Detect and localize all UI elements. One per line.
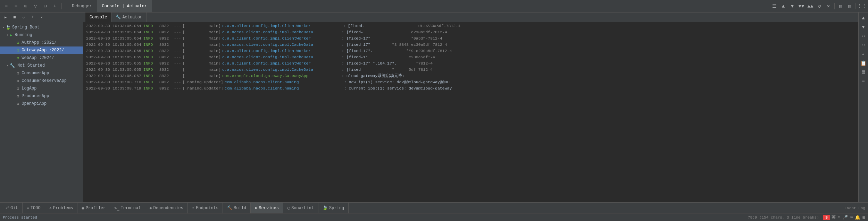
sidebar-item-running[interactable]: ▾ ▶ Running	[0, 31, 83, 39]
log-msg-8: : cloud-gateway系统启动元毕:	[342, 73, 405, 79]
toolbar-sep-2	[834, 3, 835, 9]
right-btn-delete[interactable]: 🗑	[859, 68, 868, 76]
bottom-tab-todo[interactable]: ≡ TODO	[23, 203, 45, 213]
log-sep-5: ---	[174, 54, 181, 60]
toolbar-btn-5[interactable]: ⊟	[41, 2, 49, 10]
toolbar-btn-grid1[interactable]: ▤	[836, 2, 845, 10]
right-btn-filter[interactable]: ⇌	[859, 50, 868, 58]
sidebar-item-gatewayapp[interactable]: ⚙ GatewayApp :2022/	[0, 46, 83, 54]
right-btn-clipboard[interactable]: 📋	[859, 59, 868, 67]
bottom-tab-problems[interactable]: ⚠ Problems	[45, 203, 78, 213]
dependencies-icon: ◈	[149, 205, 152, 211]
toolbar-btn-up2[interactable]: ▲▲	[806, 2, 815, 10]
log-sep-10: ---	[174, 85, 181, 92]
log-level-6: INFO	[143, 60, 157, 67]
log-line-0: 2022-09-30 10:33:05.064 INFO 8932 --- [ …	[83, 23, 858, 29]
bottom-tab-build[interactable]: 🔨 Build	[223, 203, 251, 213]
log-sep-8: ---	[174, 73, 181, 79]
toolbar-btn-up[interactable]: ▲	[779, 2, 787, 10]
grid-icon[interactable]: ⊞	[862, 215, 865, 220]
toolbar-btn-1[interactable]: ≡	[2, 2, 10, 10]
spring-label: Spring	[329, 206, 344, 211]
sidebar-btn-1[interactable]: ▶	[1, 13, 10, 22]
process-status: Process started	[3, 215, 37, 220]
sidebar-item-webapp[interactable]: ⚙ WebApp :2024/	[0, 54, 83, 62]
logapp-label: LogApp	[22, 86, 36, 91]
sidebar-btn-3[interactable]: ↺	[19, 13, 28, 22]
right-btn-down2[interactable]: ↓↓	[859, 32, 868, 40]
log-thread-9: [.naming.updater]	[182, 79, 223, 85]
toolbar-btn-add[interactable]: +	[51, 2, 59, 10]
sidebar-item-openapiapp[interactable]: ⚙ OpenApiApp	[0, 100, 83, 108]
sidebar-btn-2[interactable]: ⏹	[10, 13, 19, 22]
lang-icon[interactable]: 英	[832, 214, 836, 220]
log-msg-6: : [fixed-17* *.104.177. *7812-4	[342, 60, 433, 67]
sidebar-item-consumerreserveapp[interactable]: ⚙ ConsumerReserveApp	[0, 77, 83, 85]
event-log-label[interactable]: Event Log	[845, 206, 865, 210]
tab-debugger[interactable]: Debugger	[67, 0, 97, 12]
toolbar-btn-grid2[interactable]: ▤	[845, 2, 854, 10]
sidebar-item-producerapp[interactable]: ⚙ ProducerApp	[0, 92, 83, 100]
console-log[interactable]: 2022-09-30 10:33:05.064 INFO 8932 --- [ …	[83, 22, 858, 202]
log-pid-1: 8932	[159, 29, 173, 35]
log-msg-1: : [fixed- e230a5df-7812-4	[342, 29, 447, 35]
toolbar-btn-refresh[interactable]: ↺	[815, 2, 824, 10]
profiler-label: Profiler	[86, 206, 106, 211]
toolbar-btn-down2[interactable]: ▼▼	[797, 2, 806, 10]
consumerreserveapp-label: ConsumerReserveApp	[22, 78, 67, 83]
tab-console-actuator[interactable]: Console | Actuator	[97, 0, 152, 12]
log-date-1: 2022-09-30 10:33:05.064	[86, 29, 141, 35]
log-pid-6: 8932	[159, 60, 173, 67]
terminal-icon: >_	[114, 206, 119, 211]
right-btn-up2[interactable]: ↑↑	[859, 41, 868, 49]
bottom-tab-sonarlint[interactable]: ◯ SonarLint	[283, 203, 318, 213]
bottom-tab-endpoints[interactable]: ⚡ Endpoints	[188, 203, 223, 213]
toolbar-btn-menu[interactable]: ☰	[770, 2, 778, 10]
log-thread-3: [ main]	[182, 42, 220, 48]
gatewayapp-icon: ⚙	[17, 48, 19, 53]
sidebar-btn-5[interactable]: ✕	[37, 13, 46, 22]
bottom-tab-terminal[interactable]: >_ Terminal	[110, 203, 145, 213]
log-class-6: c.a.n.client.config.impl.ClientWorker	[222, 60, 340, 67]
bell-icon[interactable]: 🔔	[855, 215, 860, 220]
sidebar-item-logapp[interactable]: ⚙ LogApp	[0, 85, 83, 92]
toolbar-btn-3[interactable]: ⊞	[22, 2, 30, 10]
bottom-tab-services[interactable]: ⚙ Services	[251, 203, 283, 213]
bottom-tabbar: ⎇ Git ≡ TODO ⚠ Problems ◉ Profiler >_ Te…	[0, 202, 868, 213]
sidebar-tree: ▾ 🍃 Spring Boot ▾ ▶ Running ⚙ AuthApp :2…	[0, 22, 83, 202]
log-line-4: 2022-09-30 10:33:05.065 INFO 8932 --- [ …	[83, 48, 858, 54]
sidebar-btn-4[interactable]: +	[28, 13, 37, 22]
tab-console[interactable]: Console	[85, 12, 111, 22]
bottom-tab-dependencies[interactable]: ◈ Dependencies	[145, 203, 188, 213]
log-line-7: 2022-09-30 10:33:05.065 INFO 8932 --- [ …	[83, 67, 858, 73]
toolbar-btn-2[interactable]: ≡	[12, 2, 20, 10]
right-btn-up[interactable]: ▲	[859, 14, 868, 22]
toolbar-btn-filter[interactable]: ▽	[31, 2, 40, 10]
keyboard-icon[interactable]: ⌨	[850, 215, 853, 220]
log-msg-3: : [fixed-17* *3-8848-ez30a5df-7812-4	[342, 42, 447, 48]
bottom-tab-spring[interactable]: 🍃 Spring	[318, 203, 349, 213]
sidebar-item-authapp[interactable]: ⚙ AuthApp :2021/	[0, 39, 83, 46]
toolbar-btn-down[interactable]: ▼	[788, 2, 796, 10]
log-line-2: 2022-09-30 10:33:05.064 INFO 8932 --- [ …	[83, 35, 858, 42]
sidebar-item-spring-boot[interactable]: ▾ 🍃 Spring Boot	[0, 24, 83, 31]
log-thread-5: [ main]	[182, 54, 220, 60]
openapiapp-icon: ⚙	[17, 101, 19, 107]
toolbar-btn-more[interactable]: ⋮⋮	[858, 2, 866, 10]
mic-icon[interactable]: 🎤	[842, 215, 848, 220]
tab-actuator[interactable]: 🔧 Actuator	[111, 12, 147, 22]
bottom-tab-git[interactable]: ⎇ Git	[0, 203, 23, 213]
right-btn-menu2[interactable]: ≡	[859, 77, 868, 85]
toolbar-btn-close[interactable]: ✕	[824, 2, 833, 10]
bottom-tab-profiler[interactable]: ◉ Profiler	[77, 203, 110, 213]
log-sep-2: ---	[174, 35, 181, 42]
sidebar-item-not-started[interactable]: ▾ 🔧 Not Started	[0, 62, 83, 69]
producerapp-label: ProducerApp	[22, 94, 49, 99]
log-level-7: INFO	[143, 67, 157, 73]
todo-icon: ≡	[27, 206, 29, 211]
right-btn-down[interactable]: ▼	[859, 23, 868, 31]
problems-label: Problems	[53, 206, 73, 211]
not-started-icon: 🔧	[10, 63, 15, 68]
not-started-label: Not Started	[17, 63, 45, 68]
sidebar-item-consumerapp[interactable]: ⚙ ConsumerApp	[0, 69, 83, 77]
